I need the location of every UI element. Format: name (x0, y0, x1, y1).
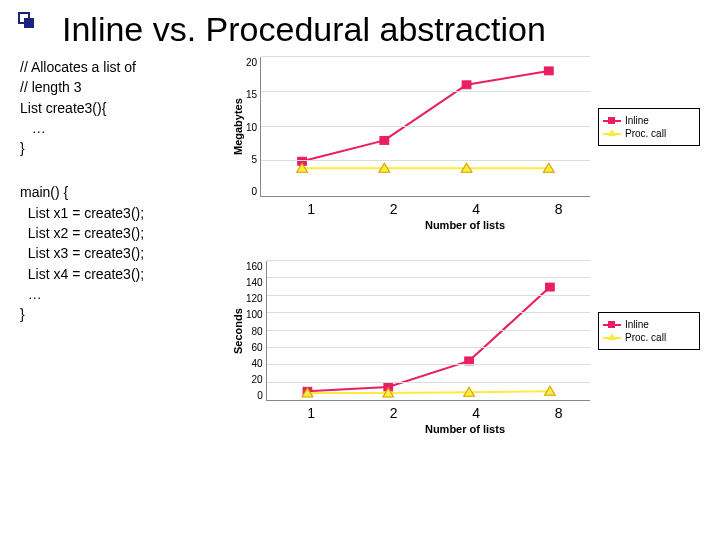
code-line: // length 3 (20, 77, 220, 97)
code-line: } (20, 304, 220, 324)
code-line: … (20, 118, 220, 138)
chart2-legend: Inline Proc. call (598, 312, 700, 350)
chart2-yaxis: 160140120100806040200 (246, 261, 266, 401)
svg-rect-11 (545, 283, 554, 291)
legend-proc-call: Proc. call (625, 128, 666, 139)
legend-inline: Inline (625, 115, 649, 126)
chart-seconds: Seconds 160140120100806040200 Inline Pro… (230, 261, 700, 441)
code-line: … (20, 284, 220, 304)
slide-body: // Allocates a list of // length 3 List … (20, 57, 700, 441)
slide-title: Inline vs. Procedural abstraction (62, 10, 700, 49)
code-line: } (20, 138, 220, 158)
chart2-xlabel: Number of lists (230, 423, 700, 435)
chart2-ylabel: Seconds (230, 261, 246, 401)
title-bullet-icon (18, 12, 36, 30)
chart2-xticks: 1248 (270, 401, 600, 421)
chart1-legend: Inline Proc. call (598, 108, 700, 146)
chart-megabytes: Megabytes 20151050 Inline Proc. call 124… (230, 57, 700, 237)
code-block-main: main() { List x1 = create3(); List x2 = … (20, 182, 220, 324)
code-line: // Allocates a list of (20, 57, 220, 77)
code-line: List x4 = create3(); (20, 264, 220, 284)
chart1-plot-area (260, 57, 590, 197)
code-line: main() { (20, 182, 220, 202)
code-line: List create3(){ (20, 98, 220, 118)
slide: Inline vs. Procedural abstraction // All… (0, 0, 720, 540)
code-line: List x1 = create3(); (20, 203, 220, 223)
chart2-plot-area (266, 261, 590, 401)
code-column: // Allocates a list of // length 3 List … (20, 57, 220, 441)
charts-column: Megabytes 20151050 Inline Proc. call 124… (230, 57, 700, 441)
chart1-ylabel: Megabytes (230, 57, 246, 197)
chart1-xticks: 1248 (270, 197, 600, 217)
chart1-xlabel: Number of lists (230, 219, 700, 231)
code-line: List x3 = create3(); (20, 243, 220, 263)
svg-rect-1 (380, 136, 389, 144)
legend-inline: Inline (625, 319, 649, 330)
code-block-create3: // Allocates a list of // length 3 List … (20, 57, 220, 158)
svg-rect-2 (462, 81, 471, 89)
svg-rect-3 (545, 67, 554, 75)
chart1-yaxis: 20151050 (246, 57, 260, 197)
code-line: List x2 = create3(); (20, 223, 220, 243)
legend-proc-call: Proc. call (625, 332, 666, 343)
